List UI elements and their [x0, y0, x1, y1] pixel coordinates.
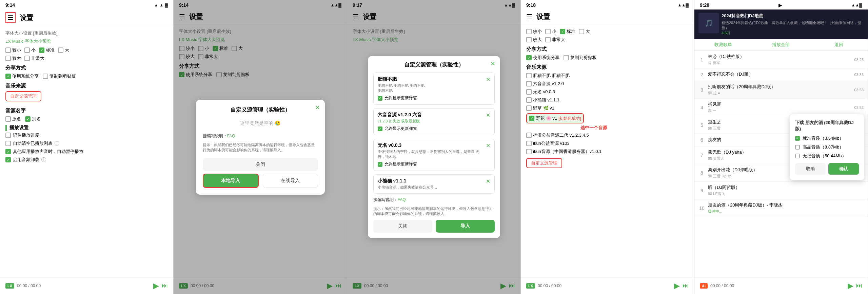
close-btn-3[interactable]: 关闭	[373, 220, 432, 233]
next-btn-4[interactable]: ⏭	[683, 282, 689, 289]
cb4-s7[interactable]	[526, 133, 532, 138]
song-item-3[interactable]: 3 别听朋友的话（20周年典藏DJ版） 90 拉 ● 03:53	[694, 81, 868, 99]
cb4-s2[interactable]	[526, 81, 532, 86]
cb4-s4[interactable]	[526, 97, 532, 103]
cb4-larger[interactable]	[526, 37, 532, 42]
next-btn-1[interactable]: ⏭	[162, 282, 168, 289]
settings-header-1: ☰ 设置	[0, 9, 173, 26]
source-ikun[interactable]: ikun公益音源 v103	[526, 140, 689, 146]
checkbox-xlarge[interactable]: 非常大	[24, 55, 44, 61]
cb-auto-clear[interactable]	[5, 141, 11, 146]
share-clipboard[interactable]: 复制到剪贴板	[43, 73, 76, 79]
custom-source-btn-1[interactable]: 自定义源管理	[5, 91, 41, 101]
cb4-sys-share[interactable]: ✓	[526, 55, 532, 60]
source-xiaoxiongmao[interactable]: 小熊猫 v1.1.1	[526, 97, 689, 103]
cb4-small[interactable]	[545, 29, 551, 34]
source-yehua-highlighted[interactable]: ✓ 野花 🌸 v1 [初始化成功]	[526, 113, 584, 123]
cb-dl-lossless[interactable]	[795, 154, 800, 158]
close-source-4[interactable]: ✕	[486, 178, 490, 184]
next-btn-5[interactable]: ⏭	[856, 282, 862, 289]
action-play-all[interactable]: 播放全部	[752, 39, 810, 51]
cb-allow-2[interactable]: ✓	[378, 126, 382, 131]
cb-small[interactable]	[24, 47, 30, 53]
dl-cancel-btn[interactable]: 取消	[795, 163, 826, 175]
source-liuyin[interactable]: 六音音源 v1.2.0	[526, 81, 689, 87]
online-import-btn[interactable]: 在线导入	[263, 174, 318, 188]
checkbox-smaller[interactable]: 较小	[5, 47, 21, 53]
cb4-clipboard[interactable]	[564, 55, 569, 60]
custom-source-btn-4[interactable]: 自定义源管理	[526, 158, 562, 168]
close-btn-2[interactable]: 关闭	[203, 158, 318, 171]
cb-standard[interactable]: ✓	[39, 47, 44, 53]
song-item-9[interactable]: 9 听（DJ阿哲版） 90 LF熊飞	[694, 182, 868, 199]
checkbox-standard[interactable]: ✓标准	[39, 47, 55, 53]
checkbox-small[interactable]: 小	[24, 47, 36, 53]
share-system[interactable]: ✓使用系统分享	[5, 73, 39, 79]
play-btn-4[interactable]: ▶	[674, 281, 680, 290]
download-opt-lossless[interactable]: 无损音质（50.44Mb）	[795, 153, 859, 159]
cb4-s3[interactable]	[526, 89, 532, 95]
source-zicheng[interactable]: 梓澄公益音源二代 v1.2.3.4.5	[526, 132, 689, 138]
cb4-s5[interactable]	[526, 105, 532, 111]
faq-link-2[interactable]: FAQ	[227, 134, 235, 138]
cb-sys-share[interactable]: ✓	[5, 74, 11, 79]
source-feimaobufei[interactable]: 肥猫不肥 肥猫不肥	[526, 73, 689, 79]
cb4-xlarge[interactable]	[545, 37, 551, 42]
cb4-s6[interactable]: ✓	[529, 116, 534, 121]
song-item-10[interactable]: 10 朋友的酒（20周年典藏DJ版）- 李晓杰 缓冲中...	[694, 199, 868, 217]
play-btn-1[interactable]: ▶	[153, 281, 159, 290]
cb-large[interactable]	[58, 47, 63, 53]
info-icon-1[interactable]: i	[55, 141, 59, 146]
cb-allow-3[interactable]: ✓	[378, 162, 382, 167]
checkbox-larger[interactable]: 较大	[5, 55, 21, 61]
cb4-s8[interactable]	[526, 141, 532, 146]
logo-4: LX	[526, 283, 535, 289]
menu-icon-4[interactable]: ☰	[526, 13, 532, 21]
cb-dl-hq[interactable]	[795, 145, 800, 150]
local-import-btn[interactable]: 本地导入	[203, 174, 259, 188]
cb-clipboard[interactable]	[43, 74, 48, 79]
song-item-4[interactable]: 4 折风涯 淳 一 03:53	[694, 99, 868, 116]
cb-audio-unload[interactable]: ✓	[5, 157, 11, 162]
cb-alias-name[interactable]: ✓别名	[25, 116, 41, 122]
cb-alias[interactable]: ✓	[25, 116, 31, 122]
cb4-s1[interactable]	[526, 73, 532, 78]
dialog-close-3[interactable]: ✕	[490, 60, 495, 67]
cb4-standard[interactable]: ✓	[560, 29, 565, 34]
dl-confirm-btn[interactable]: 确认	[828, 163, 859, 175]
close-source-1[interactable]: ✕	[486, 76, 490, 83]
download-opt-hq[interactable]: 高品音质（8.87Mb）	[795, 144, 859, 150]
checkbox-large[interactable]: 大	[58, 47, 69, 53]
close-source-2[interactable]: ✕	[486, 112, 490, 118]
cb4-s9[interactable]	[526, 149, 532, 154]
cb-smaller[interactable]	[5, 47, 11, 53]
cb4-smaller[interactable]	[526, 29, 532, 34]
faq-link-3[interactable]: FAQ	[398, 197, 406, 202]
song-item-1[interactable]: 1 未必（DJ铁柱版） 肖 誉军 03:25	[694, 51, 868, 68]
source-yecao[interactable]: 野草 🌿 v1	[526, 105, 689, 111]
cb-dl-standard[interactable]: ✓	[795, 136, 800, 141]
setting-remember-progress: 记住播放进度	[5, 132, 168, 138]
source-wuming[interactable]: 无名 v0.0.3	[526, 89, 689, 95]
info-icon-2[interactable]: i	[41, 157, 46, 162]
setting-audio-unload: ✓启用音频卸载i	[5, 157, 168, 163]
cb4-large[interactable]	[579, 29, 584, 34]
cb-xlarge[interactable]	[24, 56, 30, 61]
menu-icon-1[interactable]: ☰	[5, 12, 16, 23]
cb-auto-pause[interactable]: ✓	[5, 149, 11, 154]
close-source-3[interactable]: ✕	[486, 142, 490, 149]
import-btn-3[interactable]: 导入	[436, 220, 495, 233]
song-item-2[interactable]: 2 爱不得忘不会（DJ版） 03:33	[694, 68, 868, 81]
status-bar-4: 9:18 ▲▲▓	[521, 0, 694, 9]
action-back[interactable]: 返回	[810, 39, 868, 51]
cb-original-name[interactable]: 原名	[5, 116, 21, 122]
cb-larger[interactable]	[5, 56, 11, 61]
source-ikun-hk[interactable]: ikun音源（中国香港服务器）v1.0.1	[526, 149, 689, 155]
download-opt-standard[interactable]: ✓ 标准音质（3.54Mb）	[795, 135, 859, 141]
cb-orig[interactable]	[5, 116, 11, 122]
dialog-close-2[interactable]: ✕	[315, 104, 320, 111]
action-collect[interactable]: 收藏歌单	[694, 39, 752, 51]
cb-remember[interactable]	[5, 133, 11, 138]
play-btn-5[interactable]: ▶	[848, 281, 853, 290]
cb-allow-1[interactable]: ✓	[378, 96, 382, 101]
